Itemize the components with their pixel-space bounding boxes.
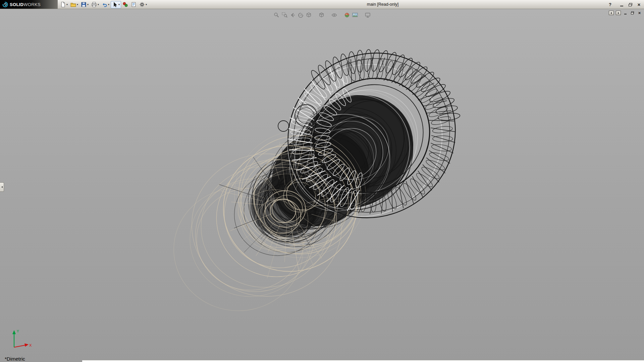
edit-appearance-button[interactable] [343, 11, 351, 18]
previous-view-icon [289, 12, 296, 18]
spacer [313, 15, 317, 15]
pane-expand-right-button[interactable] [616, 11, 621, 15]
apply-scene-icon [352, 12, 358, 18]
hide-show-items-icon [331, 12, 337, 18]
dropdown-arrow-icon[interactable]: ▾ [108, 3, 109, 6]
view-settings-icon [365, 12, 371, 18]
hide-show-items-button[interactable] [331, 11, 338, 18]
brand-solid: SOLID [10, 2, 23, 7]
triad-x-label: X [29, 343, 32, 347]
new-document-button[interactable]: ▾ [59, 1, 69, 8]
document-window-controls: × [609, 11, 642, 15]
new-document-icon [60, 2, 66, 7]
select-cursor-icon [112, 2, 118, 7]
heads-up-view-toolbar [273, 11, 371, 18]
spacer [360, 15, 363, 15]
brand-text: SOLIDWORKS [10, 1, 41, 7]
file-properties-button[interactable] [129, 1, 138, 8]
section-view-icon [298, 12, 304, 18]
xpress-products-icon [122, 2, 128, 7]
document-close-button[interactable]: × [637, 11, 642, 15]
minimize-button[interactable] [618, 1, 625, 8]
model-wireframe [0, 9, 644, 362]
display-style-button[interactable] [318, 11, 325, 18]
title-bar: SOLIDWORKS ▾ ▾ ▾ [0, 0, 644, 9]
zoom-to-area-button[interactable] [281, 11, 288, 18]
collapse-arrow-icon [0, 186, 3, 188]
triad-y-label: Y [17, 329, 19, 333]
spacer [339, 15, 342, 15]
open-folder-icon [70, 2, 76, 7]
dropdown-arrow-icon[interactable]: ▾ [98, 3, 99, 6]
pane-collapse-left-button[interactable] [609, 11, 614, 15]
previous-view-button[interactable] [289, 11, 296, 18]
dropdown-arrow-icon[interactable]: ▾ [87, 3, 89, 6]
brand-works: WORKS [23, 2, 41, 7]
print-button[interactable]: ▾ [90, 1, 100, 8]
feature-panel-collapsed-tab[interactable] [0, 182, 4, 192]
window-title: main [Read-only] [367, 0, 399, 9]
apply-scene-button[interactable] [352, 11, 359, 18]
xpress-products-button[interactable] [121, 1, 129, 8]
dropdown-arrow-icon[interactable]: ▾ [118, 3, 120, 6]
dropdown-arrow-icon[interactable]: ▾ [77, 3, 78, 6]
quick-access-toolbar: ▾ ▾ ▾ ▾ [59, 1, 148, 8]
undo-button[interactable]: ▾ [100, 1, 111, 8]
document-restore-button[interactable] [630, 11, 635, 15]
restore-icon [629, 3, 632, 6]
document-minimize-button[interactable] [623, 11, 628, 15]
select-button[interactable]: ▾ [111, 1, 121, 8]
dropdown-arrow-icon[interactable]: ▾ [66, 3, 68, 6]
save-icon [81, 2, 87, 7]
view-orientation-icon [306, 12, 312, 18]
help-button[interactable]: ? [606, 1, 614, 8]
view-settings-button[interactable] [364, 11, 371, 18]
zoom-to-area-icon [281, 12, 287, 18]
status-bar-edge [82, 360, 644, 362]
zoom-to-fit-button[interactable] [273, 11, 280, 18]
file-properties-icon [131, 2, 137, 7]
minimize-icon [624, 14, 627, 14]
triangle-right-icon [618, 12, 620, 14]
spacer [326, 15, 330, 15]
edit-appearance-icon [344, 12, 350, 18]
restore-button[interactable] [627, 1, 634, 8]
view-orientation-label: *Dimetric [5, 356, 25, 362]
print-icon [91, 2, 97, 7]
close-button[interactable]: × [635, 1, 643, 8]
3ds-swirl-icon [2, 2, 8, 7]
minimize-icon [620, 6, 623, 6]
display-style-icon [318, 12, 324, 18]
save-button[interactable]: ▾ [79, 1, 90, 8]
open-button[interactable]: ▾ [69, 1, 79, 8]
dropdown-arrow-icon[interactable]: ▾ [146, 3, 147, 6]
triangle-left-icon [609, 12, 612, 14]
options-button[interactable]: ▾ [138, 1, 148, 8]
solidworks-logo: SOLIDWORKS [0, 0, 58, 9]
orientation-triad: Y X [8, 328, 35, 352]
viewport[interactable]: × Y X *Dimetric [0, 9, 644, 362]
view-orientation-button[interactable] [305, 11, 312, 18]
undo-icon [102, 2, 107, 7]
window-controls: ? × [606, 0, 643, 9]
section-view-button[interactable] [297, 11, 304, 18]
zoom-to-fit-icon [273, 12, 279, 18]
options-gear-icon [139, 2, 145, 7]
restore-icon [631, 11, 634, 14]
